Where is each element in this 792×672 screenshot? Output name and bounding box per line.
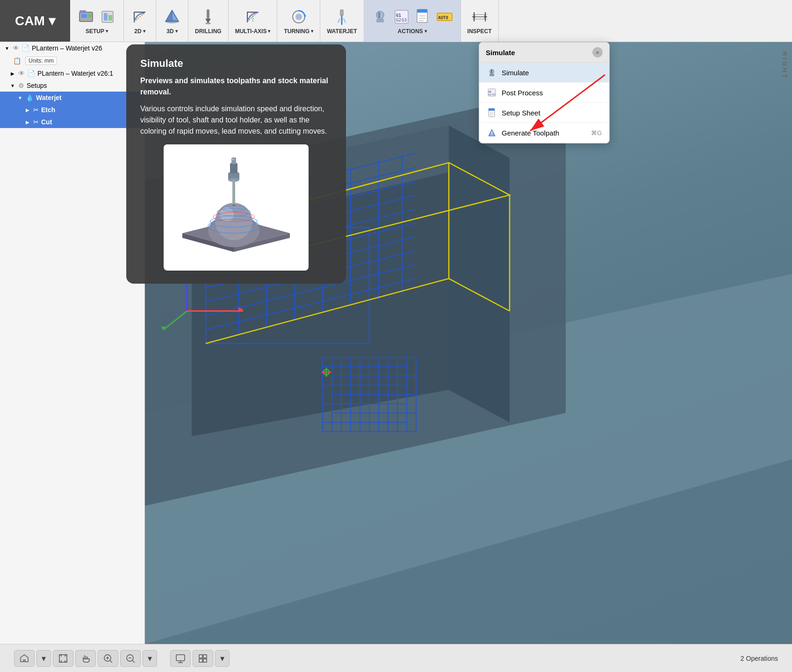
actions-dd-postprocess[interactable]: G1 G2 G3 Post Process <box>479 83 609 103</box>
root-expander[interactable]: ▼ <box>4 45 10 51</box>
svg-rect-108 <box>491 70 492 73</box>
fit-tool[interactable] <box>53 650 73 667</box>
turning-label: TURNING ▾ <box>284 28 313 35</box>
svg-line-130 <box>132 660 135 663</box>
svg-rect-137 <box>199 659 202 662</box>
svg-rect-115 <box>489 108 495 111</box>
toolbar-2d[interactable]: 2D ▾ <box>124 0 156 42</box>
tree-sub1[interactable]: ▶ 👁 📄 PLantern – Waterjet v26:1 <box>0 67 144 79</box>
toolbar: CAM ▾ SETUP ▾ <box>0 0 792 42</box>
2d-icon <box>130 7 149 26</box>
etch-label: Etch <box>41 106 55 114</box>
3d-icon <box>163 7 181 26</box>
svg-rect-102 <box>231 157 236 164</box>
turning-icon-row <box>289 7 308 26</box>
toolbar-turning[interactable]: TURNING ▾ <box>277 0 320 42</box>
svg-text:AUTO: AUTO <box>438 15 448 20</box>
3d-icon-row <box>163 7 181 26</box>
etch-icon: ✂ <box>33 106 39 114</box>
multiaxis-icon <box>244 7 262 26</box>
bottom-bar: ▾ <box>0 644 792 672</box>
hand-tool[interactable] <box>75 650 96 667</box>
cut-icon: ✂ <box>33 118 39 126</box>
drilling-icon-row <box>199 7 217 26</box>
simulate-popup-desc: Various controls include simulation spee… <box>140 103 332 137</box>
home-dropdown[interactable]: ▾ <box>36 650 51 667</box>
2d-icon-row <box>130 7 149 26</box>
svg-rect-5 <box>104 13 108 21</box>
actions-dd-setupsheet[interactable]: Setup Sheet <box>479 103 609 123</box>
actions-sheet-icon <box>414 7 432 26</box>
root-eye[interactable]: 👁 <box>13 44 19 52</box>
svg-text:G3: G3 <box>402 18 407 22</box>
units-page: 📋 <box>13 57 21 64</box>
display-tool[interactable] <box>170 650 191 667</box>
tree-root[interactable]: ▼ 👁 📄 PLantern – Waterjet v26 <box>0 42 144 54</box>
waterjet-expander[interactable]: ▼ <box>17 94 23 101</box>
setup-icon <box>77 7 95 26</box>
setup-icon-row <box>77 7 117 26</box>
tree-waterjet[interactable]: ▼ 💧 Waterjet <box>0 92 144 104</box>
waterjet-icon-row <box>332 7 351 26</box>
inspect-icon <box>470 7 489 26</box>
svg-text:G2: G2 <box>489 93 491 96</box>
svg-rect-123 <box>23 659 26 662</box>
tree-setups[interactable]: ▼ ⚙ Setups <box>0 79 144 92</box>
simulate-dd-label: Simulate <box>502 69 529 77</box>
root-label: PLantern – Waterjet v26 <box>32 44 102 52</box>
grid-tool[interactable] <box>193 650 213 667</box>
svg-text:G2: G2 <box>396 18 401 22</box>
tree-etch[interactable]: ▶ ✂ Etch <box>0 104 144 116</box>
svg-rect-16 <box>340 9 344 16</box>
toolbar-drilling[interactable]: DRILLING <box>188 0 229 42</box>
toolbar-waterjet[interactable]: WATERJET <box>320 0 364 42</box>
svg-marker-43 <box>449 126 510 422</box>
cut-expander[interactable]: ▶ <box>24 119 31 125</box>
svg-rect-132 <box>176 655 185 661</box>
sub1-expander[interactable]: ▶ <box>9 70 16 77</box>
svg-rect-18 <box>378 12 380 18</box>
actions-dd-generate[interactable]: Generate Toolpath ⌘G <box>479 123 609 143</box>
svg-point-106 <box>231 158 235 160</box>
inspect-label: INSPECT <box>468 28 492 35</box>
bottom-tools: ▾ <box>14 650 230 667</box>
actions-dropdown-close[interactable]: × <box>592 47 603 57</box>
toolbar-actions[interactable]: G1 G2 G3 AUTO <box>364 0 461 42</box>
svg-point-12 <box>205 22 211 24</box>
svg-rect-138 <box>203 659 207 662</box>
zoom-fit-tool[interactable] <box>98 650 118 667</box>
sub1-page: 📄 <box>27 70 35 77</box>
svg-rect-109 <box>490 74 494 76</box>
simulate-popup: Simulate Previews and simulates toolpath… <box>126 44 346 284</box>
zoom-tool[interactable] <box>120 650 141 667</box>
svg-rect-124 <box>59 655 67 662</box>
setups-expander[interactable]: ▼ <box>9 82 16 89</box>
drilling-icon <box>199 7 217 26</box>
tree-cut[interactable]: ▶ ✂ Cut <box>0 116 144 128</box>
setup-label: SETUP ▾ <box>86 28 108 35</box>
waterjet-icon <box>332 7 351 26</box>
svg-line-126 <box>110 660 112 663</box>
actions-dropdown: Simulate × Simulate G1 G2 G3 Post Proces… <box>479 42 610 143</box>
toolbar-setup[interactable]: SETUP ▾ <box>70 0 124 42</box>
actions-dd-simulate[interactable]: Simulate <box>479 63 609 83</box>
svg-rect-10 <box>207 9 209 19</box>
sub1-eye[interactable]: 👁 <box>18 70 25 77</box>
actions-dropdown-title: Simulate <box>486 49 515 57</box>
2d-label: 2D ▾ <box>134 28 145 35</box>
right-label: RIGHT <box>781 51 788 79</box>
display-dropdown[interactable]: ▾ <box>215 650 230 667</box>
svg-rect-1 <box>81 14 87 18</box>
toolbar-inspect[interactable]: INSPECT <box>461 0 499 42</box>
home-tool-group[interactable] <box>14 650 35 667</box>
actions-gcode-icon: G1 G2 G3 <box>392 7 411 26</box>
toolbar-multiaxis[interactable]: MULTI-AXIS ▾ <box>229 0 278 42</box>
cam-menu[interactable]: CAM ▾ <box>0 0 70 42</box>
toolbar-3d[interactable]: 3D ▾ <box>156 0 188 42</box>
svg-point-105 <box>232 204 235 206</box>
waterjet-label: WATERJET <box>327 28 357 35</box>
zoom-dropdown[interactable]: ▾ <box>143 650 157 667</box>
setup-icon2 <box>98 7 117 26</box>
simulate-popup-desc-bold: Previews and simulates toolpaths and sto… <box>140 75 332 98</box>
etch-expander[interactable]: ▶ <box>24 107 31 113</box>
